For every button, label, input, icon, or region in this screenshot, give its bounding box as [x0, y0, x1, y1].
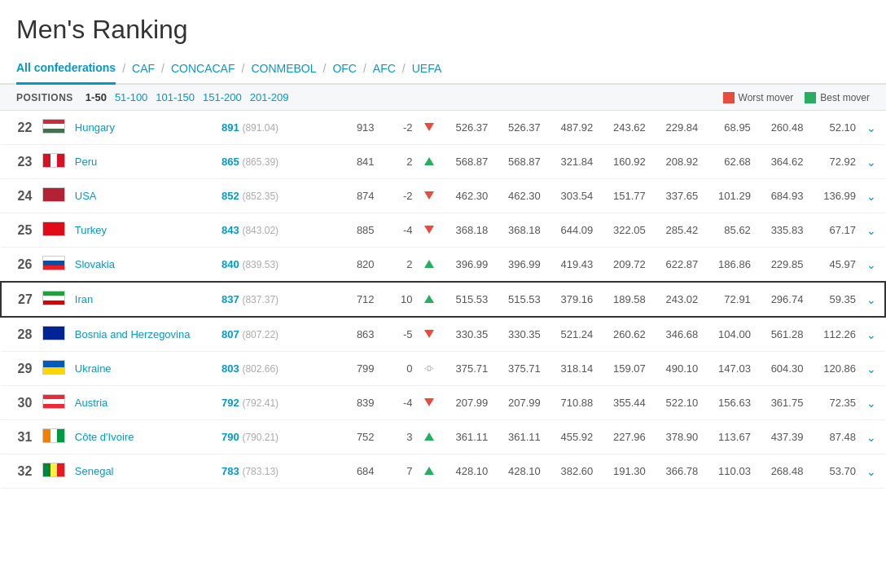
confed-concacaf[interactable]: CONCACAF: [171, 54, 235, 83]
country-link[interactable]: Bosnia and Herzegovina: [75, 328, 191, 340]
col7-cell: 335.83: [756, 213, 809, 248]
rankings-table-container: 22 Hungary 891 (891.04) 913 -2 526.37 52…: [0, 111, 886, 489]
col2-cell: 568.87: [493, 145, 546, 179]
rank-cell: 22: [1, 111, 37, 145]
pos-101-150[interactable]: 101-150: [156, 91, 195, 103]
chevron-down-icon[interactable]: ⌄: [866, 362, 876, 375]
chevron-down-icon[interactable]: ⌄: [866, 156, 876, 169]
country-link[interactable]: Peru: [75, 156, 97, 168]
change-cell: -5: [379, 317, 418, 352]
col8-cell: 67.17: [808, 213, 861, 248]
flag-cell: [37, 317, 70, 352]
arrow-cell: [418, 111, 441, 145]
col8-cell: 59.35: [808, 282, 861, 317]
rank-cell: 26: [1, 248, 37, 283]
arrow-cell: [418, 248, 441, 283]
col6-cell: 186.86: [703, 248, 756, 283]
expand-button[interactable]: ⌄: [861, 420, 885, 454]
country-name-cell: Austria: [70, 386, 217, 420]
col5-cell: 378.90: [651, 420, 704, 454]
flag-cell: [37, 213, 70, 248]
pos-201-209[interactable]: 201-209: [250, 91, 289, 103]
arrow-neutral-icon: [424, 362, 434, 372]
prev-points-cell: 874: [341, 179, 379, 213]
confed-ofc[interactable]: OFC: [332, 54, 357, 83]
col1-cell: 396.99: [441, 248, 493, 283]
country-link[interactable]: Ukraine: [75, 362, 112, 375]
confederation-nav: All confederations / CAF / CONCACAF / CO…: [0, 53, 886, 85]
col6-cell: 147.03: [703, 352, 756, 386]
col1-cell: 375.71: [441, 352, 493, 386]
pos-1-50[interactable]: 1-50: [86, 91, 107, 103]
page-title: Men's Ranking: [0, 0, 886, 53]
change-cell: -4: [379, 386, 418, 420]
expand-button[interactable]: ⌄: [861, 454, 885, 489]
col2-cell: 428.10: [493, 454, 546, 489]
col6-cell: 156.63: [703, 386, 756, 420]
country-link[interactable]: Hungary: [75, 121, 115, 134]
table-row: 22 Hungary 891 (891.04) 913 -2 526.37 52…: [1, 111, 885, 145]
country-link[interactable]: Côte d'Ivoire: [75, 431, 134, 443]
expand-button[interactable]: ⌄: [861, 248, 885, 283]
pos-151-200[interactable]: 151-200: [203, 91, 242, 103]
expand-button[interactable]: ⌄: [861, 352, 885, 386]
chevron-down-icon[interactable]: ⌄: [866, 431, 876, 444]
chevron-down-icon[interactable]: ⌄: [866, 465, 876, 478]
col4-cell: 243.62: [598, 111, 651, 145]
country-link[interactable]: USA: [75, 190, 97, 202]
chevron-down-icon[interactable]: ⌄: [866, 293, 876, 306]
rankings-table: 22 Hungary 891 (891.04) 913 -2 526.37 52…: [0, 111, 886, 489]
chevron-down-icon[interactable]: ⌄: [866, 121, 876, 134]
arrow-cell: [418, 282, 441, 317]
chevron-down-icon[interactable]: ⌄: [866, 224, 876, 237]
confed-conmebol[interactable]: CONMEBOL: [251, 54, 316, 83]
arrow-up-icon: [424, 295, 434, 303]
country-link[interactable]: Austria: [75, 397, 107, 409]
prev-points-cell: 820: [341, 248, 379, 283]
table-row: 30 Austria 792 (792.41) 839 -4 207.99 20…: [1, 386, 885, 420]
chevron-down-icon[interactable]: ⌄: [866, 397, 876, 410]
arrow-up-icon: [424, 432, 434, 441]
expand-button[interactable]: ⌄: [861, 282, 885, 317]
country-link[interactable]: Turkey: [75, 224, 107, 236]
expand-button[interactable]: ⌄: [861, 145, 885, 179]
country-flag: [42, 291, 65, 305]
col3-cell: 521.24: [546, 317, 599, 352]
flag-cell: [37, 248, 70, 283]
arrow-down-icon: [424, 226, 434, 234]
confed-uefa[interactable]: UEFA: [412, 54, 442, 83]
country-name-cell: Turkey: [70, 213, 217, 248]
pos-51-100[interactable]: 51-100: [115, 91, 147, 103]
expand-button[interactable]: ⌄: [861, 111, 885, 145]
col5-cell: 229.84: [651, 111, 704, 145]
chevron-down-icon[interactable]: ⌄: [866, 258, 876, 271]
col4-cell: 209.72: [598, 248, 651, 283]
arrow-cell: [418, 179, 441, 213]
confed-afc[interactable]: AFC: [373, 54, 396, 83]
chevron-down-icon[interactable]: ⌄: [866, 190, 876, 203]
confed-caf[interactable]: CAF: [132, 54, 155, 83]
arrow-cell: [418, 454, 441, 489]
expand-button[interactable]: ⌄: [861, 386, 885, 420]
best-mover-label: Best mover: [820, 92, 870, 103]
confed-all[interactable]: All confederations: [16, 53, 116, 85]
expand-button[interactable]: ⌄: [861, 213, 885, 248]
country-flag: [42, 428, 65, 443]
country-link[interactable]: Slovakia: [75, 258, 115, 270]
table-row: 23 Peru 865 (865.39) 841 2 568.87 568.87…: [1, 145, 885, 179]
country-link[interactable]: Iran: [75, 293, 93, 305]
col8-cell: 52.10: [808, 111, 861, 145]
col3-cell: 644.09: [546, 213, 599, 248]
best-mover-legend: Best mover: [805, 92, 870, 103]
expand-button[interactable]: ⌄: [861, 317, 885, 352]
prev-points-cell: 684: [341, 454, 379, 489]
chevron-down-icon[interactable]: ⌄: [866, 328, 876, 341]
arrow-down-icon: [424, 191, 434, 200]
expand-button[interactable]: ⌄: [861, 179, 885, 213]
col8-cell: 87.48: [808, 420, 861, 454]
country-name-cell: Hungary: [70, 111, 217, 145]
change-cell: -4: [379, 213, 418, 248]
country-link[interactable]: Senegal: [75, 465, 114, 477]
arrow-up-icon: [424, 467, 434, 475]
col6-cell: 101.29: [703, 179, 756, 213]
